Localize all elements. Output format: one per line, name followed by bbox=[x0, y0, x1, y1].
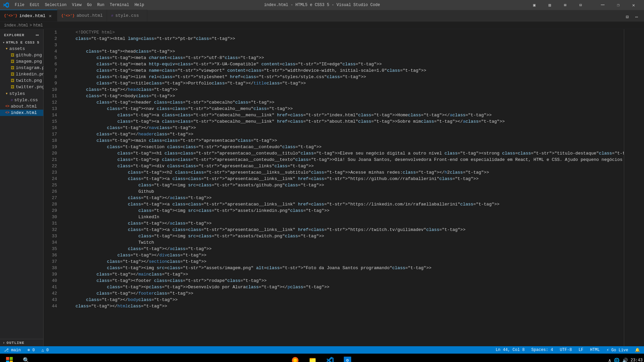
breadcrumb-node[interactable]: html bbox=[33, 23, 43, 28]
code-line-40[interactable]: class="t-tag"><footer class=class="t-str… bbox=[65, 278, 624, 284]
notifications-icon[interactable]: 🔔 bbox=[634, 348, 641, 353]
code-line-5[interactable]: class="t-tag"><meta charset=class="t-str… bbox=[65, 55, 624, 61]
taskbar-firefox[interactable] bbox=[287, 354, 303, 362]
code-line-39[interactable]: class="t-tag"></mainclass="t-tag">> bbox=[65, 271, 624, 278]
code-line-23[interactable]: class="t-tag"><h2 class=class="t-str">"a… bbox=[65, 169, 624, 176]
tab-about-html[interactable]: {'<>'} about.html bbox=[57, 10, 107, 21]
split-editor-icon[interactable]: ⊡ bbox=[623, 12, 632, 21]
cursor-position[interactable]: Ln 44, Col 8 bbox=[494, 348, 526, 352]
code-line-13[interactable]: class="t-tag"><nav class=class="t-str">"… bbox=[65, 106, 624, 112]
code-line-25[interactable]: class="t-tag"><img src=class="t-str">"as… bbox=[65, 182, 624, 188]
code-line-7[interactable]: class="t-tag"><meta name=class="t-str">"… bbox=[65, 67, 624, 74]
indentation[interactable]: Spaces: 4 bbox=[530, 348, 554, 352]
file-twitch[interactable]: 🖼 twitch.png bbox=[0, 77, 43, 84]
code-line-29[interactable]: class="t-tag"><img src=class="t-str">"as… bbox=[65, 207, 624, 214]
code-line-36[interactable]: class="t-tag"></divclass="t-tag">> bbox=[65, 252, 624, 258]
code-line-14[interactable]: class="t-tag"><a class=class="t-str">"ca… bbox=[65, 112, 624, 118]
menu-help[interactable]: Help bbox=[132, 0, 147, 10]
code-line-42[interactable]: class="t-tag"></footerclass="t-tag">> bbox=[65, 290, 624, 297]
start-button[interactable] bbox=[1, 354, 17, 362]
taskbar-settings[interactable]: ⚙ bbox=[339, 354, 356, 362]
code-line-35[interactable]: class="t-tag"></aclass="t-tag">> bbox=[65, 246, 624, 252]
tab-close-index[interactable]: ✕ bbox=[48, 13, 53, 18]
file-style-css[interactable]: # style.css bbox=[0, 97, 43, 103]
warnings-count[interactable]: △ 0 bbox=[40, 348, 50, 353]
code-line-22[interactable]: class="t-tag"><div class=class="t-str">"… bbox=[65, 163, 624, 169]
code-line-31[interactable]: class="t-tag"></aclass="t-tag">> bbox=[65, 220, 624, 227]
clock[interactable]: 23:43 bbox=[631, 358, 643, 362]
file-imagem[interactable]: 🖼 imagem.png bbox=[0, 58, 43, 65]
code-line-15[interactable]: class="t-tag"><a class=class="t-str">"ca… bbox=[65, 118, 624, 125]
code-line-1[interactable]: <!DOCTYPE html> bbox=[65, 29, 624, 36]
go-live-button[interactable]: ⚡ Go Live bbox=[605, 348, 630, 353]
more-actions-icon[interactable]: ⋯ bbox=[632, 12, 641, 21]
code-line-12[interactable]: class="t-tag"><header class=class="t-str… bbox=[65, 99, 624, 106]
layout-icon[interactable]: ▣ bbox=[527, 0, 542, 10]
menu-selection[interactable]: Selection bbox=[42, 0, 69, 10]
minimize-button[interactable]: ─ bbox=[595, 0, 610, 10]
layout4-icon[interactable]: ⊟ bbox=[573, 0, 588, 10]
layout3-icon[interactable]: ⊞ bbox=[557, 0, 573, 10]
maximize-button[interactable]: ❐ bbox=[610, 0, 626, 10]
code-line-33[interactable]: class="t-tag"><img src=class="t-str">"as… bbox=[65, 233, 624, 239]
code-line-19[interactable]: class="t-tag"><section class=class="t-st… bbox=[65, 144, 624, 150]
code-line-9[interactable]: class="t-tag"><titleclass="t-tag">>Portf… bbox=[65, 80, 624, 86]
code-line-11[interactable]: class="t-tag"><bodyclass="t-tag">> bbox=[65, 93, 624, 99]
search-button[interactable]: 🔍 bbox=[18, 354, 34, 362]
code-line-26[interactable]: Github bbox=[65, 188, 624, 195]
eol[interactable]: LF bbox=[577, 348, 585, 352]
file-twitter[interactable]: 🖼 twitter.png bbox=[0, 84, 43, 90]
file-linkedin[interactable]: 🖼 linkedin.png bbox=[0, 71, 43, 77]
git-branch[interactable]: ⎇ main bbox=[3, 348, 22, 353]
code-line-37[interactable]: class="t-tag"></sectionclass="t-tag">> bbox=[65, 258, 624, 265]
code-line-38[interactable]: class="t-tag"><img src=class="t-str">"as… bbox=[65, 265, 624, 271]
taskbar-explorer[interactable] bbox=[305, 354, 321, 362]
folder-assets[interactable]: ▾ assets bbox=[0, 45, 43, 52]
encoding[interactable]: UTF-8 bbox=[558, 348, 573, 352]
errors-count[interactable]: ⊗ 0 bbox=[26, 348, 36, 353]
code-line-44[interactable]: class="t-tag"></htmlclass="t-tag">> bbox=[65, 303, 624, 309]
close-button[interactable]: ✕ bbox=[626, 0, 641, 10]
code-editor[interactable]: <!DOCTYPE html> class="t-tag"><html lang… bbox=[60, 29, 624, 346]
code-line-27[interactable]: class="t-tag"></aclass="t-tag">> bbox=[65, 195, 624, 201]
code-line-2[interactable]: class="t-tag"><html lang=class="t-str">"… bbox=[65, 36, 624, 42]
explorer-menu-icon[interactable]: ⋯ bbox=[36, 32, 39, 39]
code-line-10[interactable]: class="t-tag"></headclass="t-tag">> bbox=[65, 86, 624, 93]
menu-edit[interactable]: Edit bbox=[27, 0, 42, 10]
folder-styles[interactable]: ▾ styles bbox=[0, 90, 43, 97]
code-line-17[interactable]: class="t-tag"></headerclass="t-tag">> bbox=[65, 131, 624, 137]
taskbar-vscode[interactable] bbox=[322, 354, 338, 362]
code-line-8[interactable]: class="t-tag"><link rel=class="t-str">"s… bbox=[65, 74, 624, 80]
menu-run[interactable]: Run bbox=[95, 0, 107, 10]
tab-index-html[interactable]: {'<>'} index.html ✕ bbox=[0, 10, 57, 21]
layout2-icon[interactable]: ▤ bbox=[542, 0, 557, 10]
code-line-43[interactable]: class="t-tag"></bodyclass="t-tag">> bbox=[65, 297, 624, 303]
network-icon[interactable]: 🌐 bbox=[614, 358, 620, 362]
code-line-28[interactable]: class="t-tag"><a class=class="t-str">"ap… bbox=[65, 201, 624, 207]
menu-terminal[interactable]: Terminal bbox=[107, 0, 132, 10]
menu-file[interactable]: File bbox=[12, 0, 27, 10]
volume-icon[interactable]: 🔊 bbox=[622, 358, 628, 362]
code-line-6[interactable]: class="t-tag"><meta http-equiv=class="t-… bbox=[65, 61, 624, 67]
code-line-18[interactable]: class="t-tag"><main class=class="t-str">… bbox=[65, 137, 624, 144]
code-line-4[interactable]: class="t-tag"><headclass="t-tag">> bbox=[65, 48, 624, 55]
code-line-21[interactable]: class="t-tag"><p class=class="t-str">"ap… bbox=[65, 157, 624, 163]
code-line-3[interactable] bbox=[65, 42, 624, 48]
menu-go[interactable]: Go bbox=[84, 0, 94, 10]
file-github[interactable]: 🖼 github.png bbox=[0, 52, 43, 58]
code-line-32[interactable]: class="t-tag"><a class=class="t-str">"ap… bbox=[65, 227, 624, 233]
menu-view[interactable]: View bbox=[69, 0, 84, 10]
code-line-16[interactable]: class="t-tag"></navclass="t-tag">> bbox=[65, 125, 624, 131]
breadcrumb-file[interactable]: index.html bbox=[4, 23, 28, 28]
code-line-34[interactable]: Twitch bbox=[65, 239, 624, 246]
tab-style-css[interactable]: # style.css bbox=[107, 10, 147, 21]
language-mode[interactable]: HTML bbox=[589, 348, 601, 352]
code-line-41[interactable]: class="t-tag"><pclass="t-tag">>Desenvolv… bbox=[65, 284, 624, 290]
file-about-html[interactable]: <> about.html bbox=[0, 103, 43, 110]
file-instagram[interactable]: 🖼 instagram.png bbox=[0, 65, 43, 71]
code-line-30[interactable]: LinkedIn bbox=[65, 214, 624, 220]
outline-section[interactable]: › OUTLINE bbox=[0, 339, 43, 346]
project-root[interactable]: ▾ HTML5 E CSS3 5 bbox=[0, 40, 43, 45]
code-line-24[interactable]: class="t-tag"><a class=class="t-str">"ap… bbox=[65, 176, 624, 182]
file-index-html[interactable]: <> index.html bbox=[0, 110, 43, 116]
